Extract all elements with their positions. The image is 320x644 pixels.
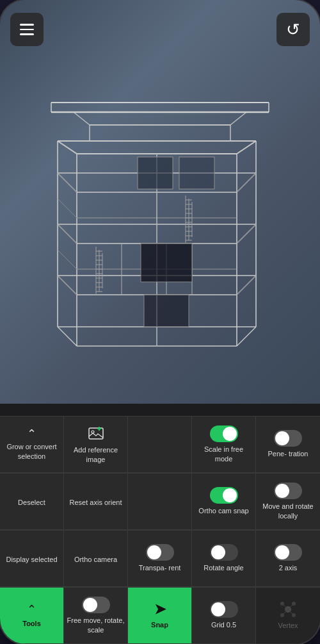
toggle-knob	[147, 545, 161, 559]
deselect-cell[interactable]: Deselect	[0, 474, 64, 530]
transparent-label: Transpa- rent	[139, 563, 181, 572]
move-rotate-toggle[interactable]	[274, 483, 302, 499]
svg-line-73	[58, 276, 77, 295]
hamburger-icon	[20, 24, 34, 35]
grid-05-toggle[interactable]	[210, 601, 238, 618]
viewport-background: ↺	[0, 0, 320, 404]
3d-viewport: ↺	[0, 0, 320, 404]
2axis-toggle[interactable]	[274, 544, 302, 561]
vertex-label: Vertex	[278, 621, 298, 630]
snap-arrow-icon: ➤	[154, 601, 166, 618]
free-move-label: Free move, rotate, scale	[67, 616, 125, 634]
svg-line-23	[237, 141, 256, 154]
svg-rect-79	[89, 428, 103, 439]
toggle-knob	[275, 431, 289, 445]
ortho-camera-label: Ortho camera	[74, 555, 117, 564]
snap-button-label: Snap	[151, 620, 168, 629]
penetration-label: Pene- tration	[268, 449, 308, 458]
reset-axis-cell[interactable]: Reset axis orient	[64, 474, 128, 530]
menu-button[interactable]	[10, 13, 44, 46]
ortho-cam-snap-label: Ortho cam snap	[198, 506, 248, 515]
undo-button[interactable]: ↺	[276, 13, 310, 46]
building-wireframe	[38, 26, 282, 384]
rotate-angle-label: Rotate angle	[204, 563, 243, 572]
scale-free-label: Scale in free mode	[195, 445, 253, 463]
penetration-cell[interactable]: Pene- tration	[256, 417, 320, 473]
svg-line-28	[74, 112, 90, 125]
toggle-knob	[223, 488, 237, 502]
snap-button-cell[interactable]: ➤ Snap	[128, 588, 192, 644]
toolbar-row-4: ⌃ Tools Free move, rotate, scale ➤ Snap …	[0, 587, 320, 644]
svg-line-29	[230, 112, 246, 125]
scale-free-cell[interactable]: Scale in free mode	[192, 417, 256, 473]
move-rotate-cell[interactable]: Move and rotate locally	[256, 474, 320, 530]
svg-line-76	[237, 224, 256, 244]
bottom-toolbar: ⌃ Grow or convert selection Add referenc…	[0, 416, 320, 644]
reset-axis-label: Reset axis orient	[70, 498, 122, 507]
tools-arrow-icon: ⌃	[27, 602, 36, 616]
svg-rect-72	[144, 295, 189, 327]
empty-cell-2	[128, 474, 192, 530]
grid-05-label: Grid 0.5	[211, 620, 236, 629]
free-move-toggle[interactable]	[82, 597, 110, 613]
ortho-cam-snap-toggle[interactable]	[210, 487, 238, 504]
svg-rect-70	[179, 157, 214, 189]
toolbar-row-3: Display selected Ortho camera Transpa- r…	[0, 530, 320, 587]
ortho-camera-cell[interactable]: Ortho camera	[64, 531, 128, 587]
toolbar-row-1: ⌃ Grow or convert selection Add referenc…	[0, 416, 320, 473]
2axis-cell[interactable]: 2 axis	[256, 531, 320, 587]
penetration-toggle[interactable]	[274, 430, 302, 447]
tools-button-cell[interactable]: ⌃ Tools	[0, 588, 64, 644]
toggle-knob	[211, 602, 225, 616]
top-bar: ↺	[0, 0, 320, 51]
rotate-angle-toggle[interactable]	[210, 544, 238, 561]
toggle-knob	[211, 545, 225, 559]
grow-convert-label: Grow or convert selection	[3, 442, 61, 461]
svg-line-77	[58, 173, 77, 192]
svg-line-22	[58, 141, 77, 154]
toggle-knob	[275, 545, 289, 559]
toggle-knob	[223, 427, 237, 441]
vertex-cell[interactable]: Vertex	[256, 588, 320, 644]
rotate-angle-cell[interactable]: Rotate angle	[192, 531, 256, 587]
svg-line-75	[237, 276, 256, 295]
2axis-label: 2 axis	[279, 563, 298, 572]
add-reference-cell[interactable]: Add reference image	[64, 417, 128, 473]
move-rotate-label: Move and rotate locally	[259, 502, 317, 520]
toggle-knob	[83, 598, 97, 612]
svg-rect-71	[141, 244, 192, 282]
svg-line-2	[237, 327, 256, 346]
svg-rect-69	[138, 157, 173, 189]
svg-line-1	[58, 327, 77, 346]
tools-button-label: Tools	[22, 619, 41, 628]
toggle-knob	[275, 484, 289, 498]
svg-line-67	[58, 199, 77, 218]
svg-line-78	[237, 173, 256, 192]
add-reference-label: Add reference image	[67, 445, 125, 464]
deselect-label: Deselect	[18, 498, 45, 507]
grow-convert-cell[interactable]: ⌃ Grow or convert selection	[0, 417, 64, 473]
vertex-icon	[279, 600, 297, 618]
grid-05-cell[interactable]: Grid 0.5	[192, 588, 256, 644]
svg-line-66	[58, 250, 77, 269]
chevron-up-icon: ⌃	[27, 428, 36, 440]
ortho-cam-snap-cell[interactable]: Ortho cam snap	[192, 474, 256, 530]
free-move-cell[interactable]: Free move, rotate, scale	[64, 588, 128, 644]
transparent-toggle[interactable]	[146, 544, 174, 561]
display-selected-cell[interactable]: Display selected	[0, 531, 64, 587]
add-reference-icon	[87, 425, 105, 443]
empty-cell-1	[128, 417, 192, 473]
svg-line-74	[58, 224, 77, 244]
transparent-cell[interactable]: Transpa- rent	[128, 531, 192, 587]
toolbar-row-2: Deselect Reset axis orient Ortho cam sna…	[0, 473, 320, 530]
phone-frame: ↺ ⌃ Grow or convert selection Add ref	[0, 0, 320, 644]
display-selected-label: Display selected	[6, 555, 57, 564]
scale-free-toggle[interactable]	[210, 425, 238, 442]
